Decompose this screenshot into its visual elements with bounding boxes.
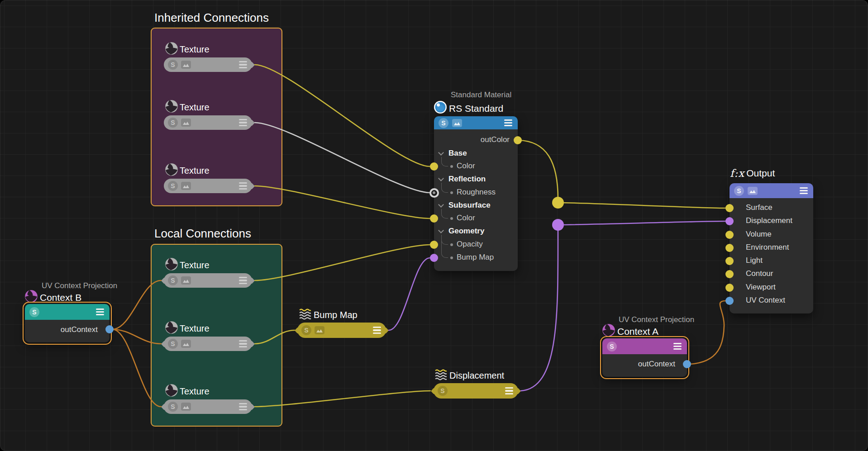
context-b-title: Context B [24,290,81,305]
rs-outcolor-port[interactable] [514,136,522,144]
wire-displacement-out-to-junction-purple[interactable] [521,230,558,391]
junction-yellow[interactable] [552,197,564,209]
context-a-outcontext-port[interactable] [683,360,691,368]
menu-icon[interactable] [238,276,248,285]
image-badge-icon[interactable] [181,61,191,69]
output-port-contour[interactable] [725,270,734,278]
menu-icon[interactable] [95,308,105,317]
shader-badge-icon[interactable]: S [168,60,178,70]
texture-pill-inherited-texture-1[interactable]: S [164,57,252,72]
wire-junction-yellow-to-output-surface[interactable] [558,203,725,208]
menu-icon[interactable] [238,339,248,348]
context-sphere-icon [24,290,38,305]
image-badge-icon[interactable] [181,276,191,285]
output-node-header[interactable]: S [730,183,813,198]
shader-badge-icon[interactable]: S [168,339,178,349]
shader-badge-icon[interactable]: S [29,307,39,317]
wire-local-texture-1-to-rs-opacity[interactable] [255,245,430,280]
wire-inherited-texture-1-to-rs-base-color[interactable] [255,65,430,166]
shader-badge-icon[interactable]: S [168,402,178,412]
output-port-surface[interactable] [725,204,734,212]
rs-node-body[interactable]: outColor BaseColorReflectionRoughnessSub… [434,129,518,271]
output-node-name: Output [746,168,775,179]
rs-standard-node[interactable]: S outColor BaseColorReflectionRoughnessS… [434,116,518,271]
context-b-body[interactable]: outContext [25,320,110,342]
chevron-down-icon[interactable] [438,228,444,233]
texture-pill-inherited-texture-2[interactable]: S [164,115,252,130]
rs-port-label: Color [457,161,475,171]
menu-icon[interactable] [799,186,809,195]
output-port-volume[interactable] [725,231,734,239]
displacement-pill[interactable]: S [434,383,518,399]
shader-badge-icon[interactable]: S [168,275,178,285]
menu-icon[interactable] [672,342,682,351]
menu-icon[interactable] [504,386,514,395]
image-badge-icon[interactable] [181,340,191,348]
context-b-header[interactable]: S [25,304,110,320]
bump-map-pill[interactable]: S [297,323,386,338]
texture-pill-local-texture-1[interactable]: S [164,273,252,288]
wire-rs-outcolor-to-junction-yellow[interactable] [519,140,558,199]
image-badge-icon[interactable] [181,119,191,127]
wire-inherited-texture-3-to-rs-subsurface-color[interactable] [255,186,430,218]
wire-bump-map-out-to-rs-bump-map[interactable] [389,258,430,330]
shader-badge-icon[interactable]: S [168,181,178,191]
chevron-down-icon[interactable] [438,202,444,208]
rs-input-port-bump-map[interactable] [430,254,438,262]
output-port-environment[interactable] [725,244,734,252]
image-badge-icon[interactable] [452,119,462,127]
wire-local-texture-3-to-displacement-in[interactable] [255,391,430,407]
texture-pill-inherited-texture-3[interactable]: S [164,179,252,193]
wire-local-texture-2-to-bump-map-in[interactable] [255,330,295,344]
wire-context-b-to-local-texture-3-in[interactable] [112,329,161,407]
shader-badge-icon[interactable]: S [301,325,311,335]
menu-icon[interactable] [238,181,248,190]
rs-input-port-roughness[interactable] [429,188,439,198]
wire-inherited-texture-2-to-rs-roughness[interactable] [255,123,430,193]
context-a-body[interactable]: outContext [602,354,687,377]
image-badge-icon[interactable] [181,182,191,190]
shader-badge-icon[interactable]: S [168,118,178,128]
rs-input-port-color[interactable] [430,162,438,171]
chevron-down-icon[interactable] [438,150,444,156]
shader-badge-icon[interactable]: S [438,386,448,396]
image-badge-icon[interactable] [748,187,758,195]
menu-icon[interactable] [372,326,382,335]
shader-badge-icon[interactable]: S [607,342,617,351]
context-b-name: Context B [40,292,81,303]
context-b-outcontext-port[interactable] [105,325,114,333]
image-badge-icon[interactable] [181,403,191,411]
menu-icon[interactable] [238,118,248,127]
shader-badge-icon[interactable]: S [734,186,744,196]
context-a-header[interactable]: S [602,338,687,354]
context-a-node[interactable]: S outContext [602,338,687,377]
menu-icon[interactable] [238,60,248,69]
junction-purple[interactable] [552,219,564,231]
shader-badge-icon[interactable]: S [439,118,448,128]
texture-node-title: Texture [165,257,210,273]
output-node-body[interactable]: SurfaceDisplacementVolumeEnvironmentLigh… [730,198,813,313]
texture-pill-local-texture-3[interactable]: S [164,399,252,414]
rs-input-port-opacity[interactable] [430,241,438,249]
menu-icon[interactable] [503,119,513,128]
texture-sphere-icon [165,163,178,178]
rs-node-header[interactable]: S [434,116,518,129]
output-port-light[interactable] [725,257,734,265]
wire-junction-purple-to-output-displacement[interactable] [558,221,725,225]
output-port-viewport[interactable] [725,284,734,292]
node-editor-canvas[interactable]: Inherited Connections Local Connections … [0,0,868,451]
output-port-uv-context[interactable] [725,297,734,305]
bump-map-name: Bump Map [314,310,358,320]
wire-context-a-to-output-uv-context[interactable] [690,301,725,364]
menu-icon[interactable] [238,402,248,411]
context-b-node[interactable]: S outContext [25,304,110,342]
texture-pill-local-texture-2[interactable]: S [164,337,252,351]
image-badge-icon[interactable] [315,326,324,334]
rs-input-port-color[interactable] [430,214,438,223]
output-node[interactable]: S SurfaceDisplacementVolumeEnvironmentLi… [730,183,813,313]
output-port-displacement[interactable] [725,217,734,225]
wire-context-b-to-local-texture-2-in[interactable] [112,329,161,344]
wire-context-b-to-local-texture-1-in[interactable] [112,280,161,329]
displacement-name: Displacement [449,370,504,381]
chevron-down-icon[interactable] [438,176,444,181]
